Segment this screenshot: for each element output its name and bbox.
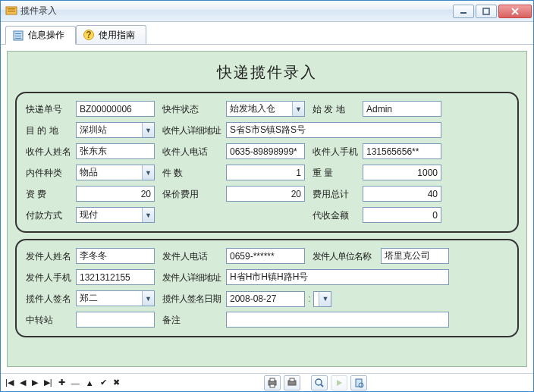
pay-label: 付款方式 bbox=[26, 207, 68, 224]
recv-tel-input[interactable]: 0635-89898999* bbox=[226, 143, 305, 159]
tracking-no-label: 快递单号 bbox=[26, 101, 68, 118]
print-button[interactable] bbox=[264, 375, 281, 390]
toolbar-actions bbox=[264, 375, 367, 390]
nav-last-button[interactable]: ▶| bbox=[44, 378, 52, 387]
weight-label: 重 量 bbox=[313, 165, 355, 181]
stel-label: 发件人电话 bbox=[162, 248, 218, 265]
date-label: 揽件人签名日期 bbox=[162, 290, 218, 307]
pay-select[interactable]: 现付▼ bbox=[76, 207, 155, 224]
scomp-label: 发件人单位名称 bbox=[313, 248, 373, 265]
svg-rect-2 bbox=[8, 11, 15, 12]
toolbar: |◀ ◀ ▶ ▶| ✚ — ▲ ✔ ✖ bbox=[1, 373, 533, 391]
origin-label: 始 发 地 bbox=[313, 101, 355, 118]
svg-rect-12 bbox=[270, 378, 275, 381]
total-label: 费用总计 bbox=[313, 186, 355, 202]
scomp-input[interactable]: 塔里克公司 bbox=[381, 248, 449, 264]
recv-name-input[interactable]: 张东东 bbox=[76, 143, 155, 159]
nav-edit-button[interactable]: ▲ bbox=[86, 378, 94, 387]
sname-input[interactable]: 李冬冬 bbox=[76, 248, 155, 264]
print-preview-button[interactable] bbox=[284, 375, 300, 390]
sign-select[interactable]: 郑二▼ bbox=[76, 290, 155, 307]
svg-point-16 bbox=[316, 379, 322, 385]
form-panel: 快递揽件录入 快递单号 BZ00000006 快件状态 始发地入仓▼ 始 发 地… bbox=[7, 51, 527, 367]
nav-delete-button[interactable]: — bbox=[71, 378, 80, 387]
sname-label: 发件人姓名 bbox=[26, 248, 68, 265]
kind-select[interactable]: 物品▼ bbox=[76, 165, 155, 181]
svg-rect-13 bbox=[270, 384, 275, 387]
app-icon bbox=[5, 5, 17, 17]
ins-input[interactable]: 20 bbox=[226, 186, 305, 202]
chevron-down-icon: ▼ bbox=[142, 165, 154, 180]
minimize-button[interactable] bbox=[453, 5, 474, 18]
fee-label: 资 费 bbox=[26, 186, 68, 202]
saddr-input[interactable]: H省H市H镇H路H号 bbox=[226, 269, 449, 285]
status-select[interactable]: 始发地入仓▼ bbox=[226, 101, 305, 118]
total-input[interactable]: 40 bbox=[363, 186, 441, 202]
recv-mob-input[interactable]: 131565656** bbox=[363, 143, 441, 159]
qty-input[interactable]: 1 bbox=[226, 165, 305, 180]
recv-mob-label: 收件人手机 bbox=[313, 143, 355, 160]
search-button[interactable] bbox=[311, 375, 328, 390]
date-input[interactable]: 2008-08-27 bbox=[226, 291, 305, 307]
transfer-input[interactable] bbox=[76, 312, 155, 328]
cod-label: 代收金额 bbox=[313, 207, 355, 224]
recipient-group: 快递单号 BZ00000006 快件状态 始发地入仓▼ 始 发 地 Admin … bbox=[15, 92, 519, 233]
play-button[interactable] bbox=[331, 375, 347, 390]
svg-rect-8 bbox=[15, 38, 21, 39]
nav-confirm-button[interactable]: ✔ bbox=[100, 378, 107, 387]
tab-bar: 信息操作 ? 使用指南 bbox=[1, 22, 533, 45]
nav-prev-button[interactable]: ◀ bbox=[20, 378, 26, 387]
window-title: 揽件录入 bbox=[20, 5, 451, 17]
tracking-no-input[interactable]: BZ00000006 bbox=[76, 101, 155, 117]
origin-input[interactable]: Admin bbox=[363, 101, 441, 117]
recv-name-label: 收件人姓名 bbox=[26, 143, 68, 160]
remark-input[interactable] bbox=[226, 312, 449, 328]
date-picker-button[interactable]: ▼ bbox=[313, 291, 331, 307]
chevron-down-icon: ▼ bbox=[292, 102, 304, 116]
cod-input[interactable]: 0 bbox=[363, 207, 441, 223]
sign-label: 揽件人签名 bbox=[26, 290, 68, 307]
chevron-down-icon: ▼ bbox=[142, 123, 154, 137]
sender-group: 发件人姓名 李冬冬 发件人电话 0659-****** 发件人单位名称 塔里克公… bbox=[15, 239, 519, 337]
svg-text:?: ? bbox=[86, 30, 91, 40]
remark-label: 备注 bbox=[162, 312, 218, 328]
window: 揽件录入 信息操作 ? 使用指南 快递揽件录入 快递单号 BZ00000006 … bbox=[0, 0, 534, 392]
smob-input[interactable]: 1321312155 bbox=[76, 269, 155, 285]
nav-first-button[interactable]: |◀ bbox=[5, 378, 14, 387]
nav-cancel-button[interactable]: ✖ bbox=[113, 378, 120, 387]
recv-addr-input[interactable]: S省S市S镇S路S号 bbox=[226, 122, 441, 138]
svg-rect-15 bbox=[290, 378, 294, 381]
stel-input[interactable]: 0659-****** bbox=[226, 248, 305, 264]
dest-select[interactable]: 深圳站▼ bbox=[76, 122, 155, 139]
tab-help[interactable]: ? 使用指南 bbox=[76, 25, 146, 44]
qty-label: 件 数 bbox=[162, 165, 218, 181]
nav-add-button[interactable]: ✚ bbox=[58, 378, 65, 387]
titlebar: 揽件录入 bbox=[1, 1, 533, 22]
kind-label: 内件种类 bbox=[26, 165, 68, 181]
chevron-down-icon: ▼ bbox=[142, 291, 154, 306]
close-button[interactable] bbox=[498, 5, 532, 18]
weight-input[interactable]: 1000 bbox=[363, 165, 441, 180]
tab-info[interactable]: 信息操作 bbox=[5, 26, 76, 45]
record-nav: |◀ ◀ ▶ ▶| ✚ — ▲ ✔ ✖ bbox=[5, 378, 120, 387]
maximize-button[interactable] bbox=[476, 5, 497, 18]
smob-label: 发件人手机 bbox=[26, 269, 68, 286]
svg-rect-1 bbox=[8, 8, 15, 10]
svg-rect-6 bbox=[15, 33, 21, 34]
svg-rect-7 bbox=[15, 36, 21, 36]
nav-next-button[interactable]: ▶ bbox=[32, 378, 38, 387]
filter-button[interactable] bbox=[350, 375, 367, 390]
ins-label: 保价费用 bbox=[162, 186, 218, 202]
recv-tel-label: 收件人电话 bbox=[162, 143, 218, 160]
dest-label: 目 的 地 bbox=[26, 122, 68, 139]
recv-addr-label: 收件人详细地址 bbox=[162, 122, 218, 139]
tab-info-label: 信息操作 bbox=[28, 29, 64, 42]
chevron-down-icon: ▼ bbox=[142, 208, 154, 222]
date-wrap: 2008-08-27 : ▼ bbox=[226, 290, 449, 307]
panel-title: 快递揽件录入 bbox=[15, 62, 519, 83]
transfer-label: 中转站 bbox=[26, 312, 68, 328]
svg-rect-3 bbox=[460, 12, 466, 14]
chevron-down-icon: ▼ bbox=[319, 292, 331, 306]
fee-input[interactable]: 20 bbox=[76, 186, 155, 202]
tab-help-label: 使用指南 bbox=[99, 29, 135, 42]
